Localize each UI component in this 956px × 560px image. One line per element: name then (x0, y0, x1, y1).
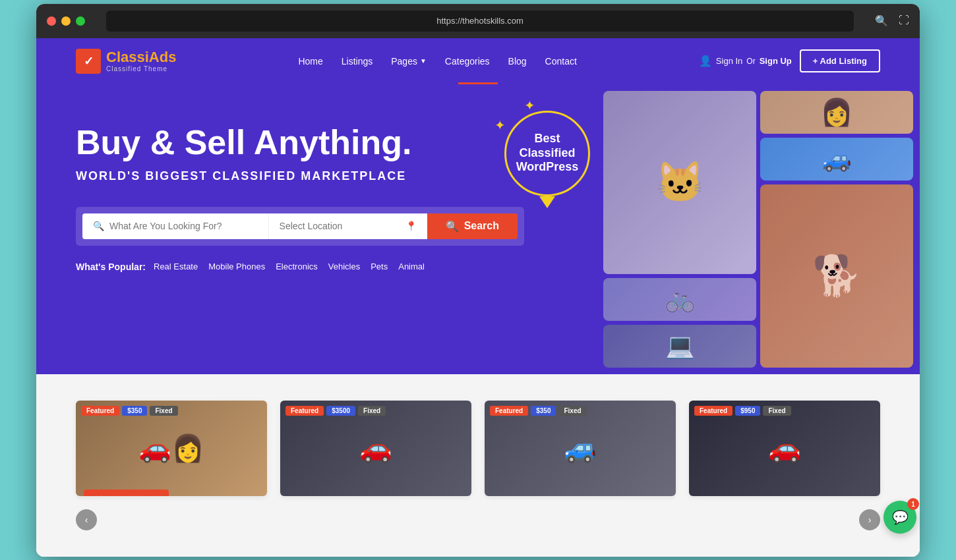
listing-nav: ‹ › (76, 509, 880, 530)
search-icon[interactable]: 🔍 (875, 14, 888, 27)
logo-tagline: Classified Theme (106, 65, 176, 72)
sign-in-link[interactable]: Sign In (716, 56, 742, 66)
popular-section: What's Popular: Real Estate Mobile Phone… (76, 262, 537, 272)
browser-toolbar: https://thehotskills.com 🔍 ⛶ (36, 4, 920, 38)
listings-grid: 🚗👩 Featured $350 Fixed 🛒 Buy Now ($59) 🚗 (76, 401, 880, 496)
price-badge-3: $350 (531, 406, 556, 416)
listing-img-2: 🚗 Featured $3500 Fixed (280, 401, 471, 496)
hero-img-car-blue: 🚙 (760, 138, 913, 181)
nav-actions: 👤 Sign In Or Sign Up + Add Listing (699, 49, 880, 72)
logo-text: ClassiAds Classified Theme (106, 49, 176, 72)
nav-home[interactable]: Home (298, 56, 322, 67)
chevron-down-icon: ▼ (420, 57, 427, 65)
logo-icon: ✓ (76, 49, 101, 74)
card-badges-1: Featured $350 Fixed (81, 406, 178, 416)
featured-badge-2: Featured (285, 406, 324, 416)
hero-img-laptop: 💻 (603, 325, 756, 368)
fullscreen-icon[interactable]: ⛶ (899, 14, 909, 27)
hero-img-woman: 👩 (760, 91, 913, 134)
browser-dots (47, 16, 85, 26)
popular-animal[interactable]: Animal (398, 262, 425, 271)
sign-in-area: 👤 Sign In Or Sign Up (699, 55, 792, 67)
listing-card-4: 🚗 Featured $950 Fixed (689, 401, 880, 496)
hero-img-bike: 🚲 (603, 278, 756, 321)
search-input[interactable] (109, 221, 258, 231)
badge-circle: Best Classified WordPress (504, 111, 590, 196)
hero-img-cat: 🐱 (603, 91, 756, 274)
nav-pages[interactable]: Pages (391, 56, 417, 67)
hero-section: Buy & Sell Anything. WORLD'S BIGGEST CLA… (36, 84, 920, 374)
search-box: 🔍 📍 🔍 Search (76, 207, 524, 246)
logo[interactable]: ✓ ClassiAds Classified Theme (76, 49, 176, 74)
location-wrap: 📍 (268, 213, 427, 239)
search-btn-icon: 🔍 (446, 220, 459, 233)
chat-icon: 💬 (892, 509, 909, 525)
hero-img-col4: 🚲 💻 (603, 278, 756, 368)
close-dot[interactable] (47, 16, 56, 26)
add-listing-button[interactable]: + Add Listing (800, 49, 880, 72)
minimize-dot[interactable] (61, 16, 71, 26)
listing-card-2: 🚗 Featured $3500 Fixed (280, 401, 471, 496)
popular-mobile-phones[interactable]: Mobile Phones (208, 262, 265, 271)
site-header: ✓ ClassiAds Classified Theme Home Listin… (36, 38, 920, 84)
location-input[interactable] (280, 221, 400, 231)
hero-images: 🐱 👩 🚙 🐕 🚲 💻 (597, 84, 920, 374)
next-arrow[interactable]: › (859, 509, 880, 530)
hero-title: Buy & Sell Anything. (76, 124, 537, 161)
hero-content: Buy & Sell Anything. WORLD'S BIGGEST CLA… (76, 124, 537, 272)
fixed-badge-2: Fixed (358, 406, 386, 416)
logo-name: ClassiAds (106, 49, 176, 65)
popular-links: Real Estate Mobile Phones Electronics Ve… (154, 262, 425, 271)
address-bar[interactable]: https://thehotskills.com (106, 11, 854, 32)
badge-line3: WordPress (516, 160, 579, 175)
popular-electronics[interactable]: Electronics (276, 262, 318, 271)
hero-img-dog: 🐕 (760, 184, 913, 368)
listings-section: 🚗👩 Featured $350 Fixed 🛒 Buy Now ($59) 🚗 (36, 374, 920, 557)
maximize-dot[interactable] (76, 16, 85, 26)
browser-icons: 🔍 ⛶ (875, 14, 909, 27)
url-text: https://thehotskills.com (436, 16, 523, 26)
nav-pages-menu[interactable]: Pages ▼ (391, 56, 427, 67)
featured-badge-3: Featured (490, 406, 528, 416)
popular-label: What's Popular: (76, 262, 146, 272)
buy-now-button[interactable]: 🛒 Buy Now ($59) (84, 490, 169, 496)
listing-card-3: 🚙 Featured $350 Fixed (485, 401, 676, 496)
listing-img-3: 🚙 Featured $350 Fixed (485, 401, 676, 496)
prev-arrow[interactable]: ‹ (76, 509, 97, 530)
search-input-wrap: 🔍 (82, 213, 268, 239)
badge-tail (539, 196, 555, 208)
user-icon: 👤 (699, 55, 712, 67)
popular-vehicles[interactable]: Vehicles (328, 262, 360, 271)
chat-widget[interactable]: 💬 1 (883, 501, 916, 534)
website: ✓ ClassiAds Classified Theme Home Listin… (36, 38, 920, 557)
badge-line2: Classified (519, 146, 575, 161)
search-btn-label: Search (464, 220, 499, 232)
hero-badge: ✦ ✦ Best Classified WordPress (504, 111, 590, 196)
or-text: Or (746, 57, 755, 66)
card-badges-2: Featured $3500 Fixed (285, 406, 386, 416)
main-nav: Home Listings Pages ▼ Categories Blog Co… (298, 56, 576, 67)
listing-img-4: 🚗 Featured $950 Fixed (689, 401, 880, 496)
card-badges-4: Featured $950 Fixed (694, 406, 791, 416)
featured-badge-1: Featured (81, 406, 119, 416)
browser-window: https://thehotskills.com 🔍 ⛶ ✓ ClassiAds… (36, 4, 920, 557)
location-pin-icon: 📍 (405, 221, 417, 231)
nav-contact[interactable]: Contact (545, 56, 577, 67)
popular-pets[interactable]: Pets (371, 262, 388, 271)
price-badge-4: $950 (735, 406, 760, 416)
price-badge-1: $350 (122, 406, 147, 416)
hero-img-col2: 👩 🚙 (760, 91, 913, 181)
card-badges-3: Featured $350 Fixed (490, 406, 587, 416)
nav-categories[interactable]: Categories (445, 56, 490, 67)
sign-up-link[interactable]: Sign Up (760, 56, 792, 66)
search-icon: 🔍 (93, 221, 104, 231)
listing-card-1: 🚗👩 Featured $350 Fixed 🛒 Buy Now ($59) (76, 401, 267, 496)
fixed-badge-3: Fixed (558, 406, 586, 416)
fixed-badge-4: Fixed (763, 406, 791, 416)
popular-real-estate[interactable]: Real Estate (154, 262, 198, 271)
nav-listings[interactable]: Listings (342, 56, 373, 67)
price-badge-2: $3500 (326, 406, 355, 416)
nav-blog[interactable]: Blog (508, 56, 527, 67)
search-button[interactable]: 🔍 Search (427, 213, 518, 239)
fixed-badge-1: Fixed (150, 406, 177, 416)
